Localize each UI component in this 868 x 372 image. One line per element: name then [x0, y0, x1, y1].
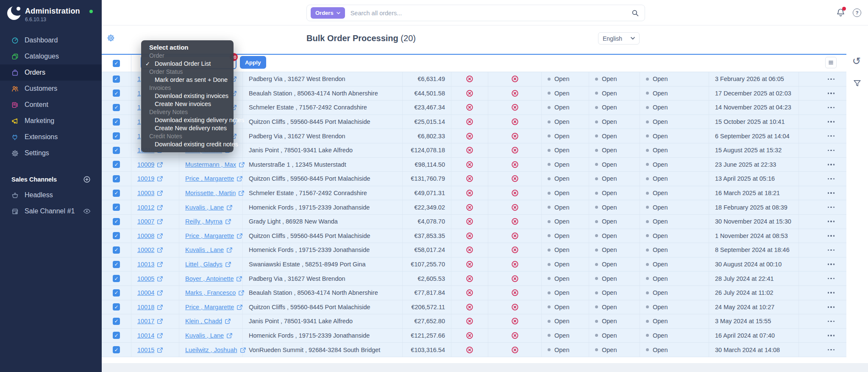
row-checkbox[interactable]: ✓	[113, 318, 120, 325]
menu-item-create-new-delivery-notes[interactable]: Create New delivery notes	[141, 124, 234, 132]
row-actions-button[interactable]	[828, 150, 835, 151]
row-checkbox[interactable]: ✓	[113, 289, 120, 296]
select-all-checkbox[interactable]: ✓	[113, 60, 120, 67]
row-actions-button[interactable]	[828, 335, 835, 336]
sidebar-channel-headless[interactable]: Headless	[0, 187, 102, 203]
grid-settings-button[interactable]	[825, 57, 837, 68]
row-checkbox[interactable]: ✓	[113, 303, 120, 310]
sidebar-channel-sale-channel-1[interactable]: Sale Channel #1	[0, 203, 102, 219]
order-number-link[interactable]: 10003	[137, 190, 154, 196]
global-search[interactable]: Orders Search all orders...	[306, 5, 645, 21]
sidebar-item-customers[interactable]: Customers	[0, 81, 102, 97]
undo-icon[interactable]: ↺	[852, 56, 861, 66]
customer-link[interactable]: Reilly , Myrna	[185, 218, 223, 225]
row-actions-button[interactable]	[828, 207, 835, 208]
row-checkbox[interactable]: ✓	[113, 118, 120, 126]
row-checkbox[interactable]: ✓	[113, 104, 120, 111]
row-actions-button[interactable]	[828, 78, 835, 80]
customer-link[interactable]: Mustermann , Max	[185, 161, 236, 168]
row-checkbox[interactable]: ✓	[113, 332, 120, 339]
apply-button[interactable]: Apply	[240, 56, 266, 69]
row-actions-button[interactable]	[828, 164, 835, 165]
customer-link[interactable]: Price , Margarette	[185, 304, 234, 310]
language-select[interactable]: English	[598, 32, 640, 45]
row-checkbox[interactable]: ✓	[113, 90, 120, 97]
row-actions-button[interactable]	[828, 349, 835, 351]
order-number-link[interactable]: 1	[137, 104, 141, 111]
row-actions-button[interactable]	[828, 235, 835, 237]
customer-link[interactable]: Price , Margarette	[185, 175, 234, 182]
row-actions-button[interactable]	[828, 263, 835, 265]
bell-icon[interactable]	[836, 8, 845, 17]
menu-item-mark-order-as-sent-done[interactable]: Mark order as sent + Done	[141, 76, 234, 84]
order-number-link[interactable]: 10012	[137, 204, 154, 211]
row-checkbox[interactable]: ✓	[113, 175, 120, 182]
order-number-link[interactable]: 1	[137, 118, 141, 125]
row-checkbox[interactable]: ✓	[113, 161, 120, 168]
row-actions-button[interactable]	[828, 135, 835, 137]
order-number-link[interactable]: 10008	[137, 232, 154, 239]
customer-link[interactable]: Morissette , Martin	[185, 190, 236, 196]
row-actions-button[interactable]	[828, 221, 835, 222]
order-number-link[interactable]: 10019	[137, 175, 154, 182]
customer-link[interactable]: Littel , Gladys	[185, 261, 223, 268]
customer-link[interactable]: Marks , Francesco	[185, 289, 236, 296]
order-number-link[interactable]: 10009	[137, 161, 154, 168]
sidebar-item-dashboard[interactable]: Dashboard	[0, 32, 102, 48]
customer-link[interactable]: Price , Margarette	[185, 232, 234, 239]
order-number-link[interactable]: 10014	[137, 332, 154, 339]
menu-item-download-existing-invoices[interactable]: Download existing invoices	[141, 92, 234, 100]
row-checkbox[interactable]: ✓	[113, 76, 120, 83]
row-actions-button[interactable]	[828, 278, 835, 280]
sidebar-item-catalogues[interactable]: Catalogues	[0, 48, 102, 64]
customer-link[interactable]: Kuvalis , Lane	[185, 246, 224, 253]
menu-item-download-existing-delivery-notes[interactable]: Download existing delivery notes	[141, 116, 234, 124]
order-number-link[interactable]: 10005	[137, 275, 154, 282]
row-checkbox[interactable]: ✓	[113, 147, 120, 154]
eye-icon[interactable]	[83, 208, 91, 214]
help-icon[interactable]: ?	[853, 8, 861, 17]
row-checkbox[interactable]: ✓	[113, 346, 120, 353]
row-checkbox[interactable]: ✓	[113, 232, 120, 239]
order-number-link[interactable]: 10013	[137, 261, 154, 268]
customer-link[interactable]: Kuvalis , Lane	[185, 204, 224, 211]
customer-link[interactable]: Lueilwitz , Joshuah	[185, 347, 237, 353]
menu-item-download-order-list[interactable]: ✓Download Order List	[141, 60, 234, 68]
row-actions-button[interactable]	[828, 321, 835, 322]
sidebar-item-extensions[interactable]: Extensions	[0, 129, 102, 145]
row-checkbox[interactable]: ✓	[113, 132, 120, 140]
menu-item-create-new-invoices[interactable]: Create New invoices	[141, 100, 234, 108]
order-number-link[interactable]: 10002	[137, 246, 154, 253]
row-checkbox[interactable]: ✓	[113, 246, 120, 254]
sidebar-item-orders[interactable]: Orders	[0, 64, 102, 81]
search-icon[interactable]	[632, 9, 639, 17]
row-actions-button[interactable]	[828, 249, 835, 251]
row-actions-button[interactable]	[828, 192, 835, 194]
order-number-link[interactable]: 1	[137, 133, 141, 140]
row-actions-button[interactable]	[828, 178, 835, 180]
row-checkbox[interactable]: ✓	[113, 275, 120, 282]
sidebar-item-marketing[interactable]: Marketing	[0, 113, 102, 129]
row-actions-button[interactable]	[828, 92, 835, 94]
customer-link[interactable]: Klein , Chadd	[185, 318, 222, 324]
row-checkbox[interactable]: ✓	[113, 261, 120, 268]
order-number-link[interactable]: 1	[137, 76, 141, 82]
row-actions-button[interactable]	[828, 292, 835, 294]
order-number-link[interactable]: 10015	[137, 347, 154, 353]
order-number-link[interactable]: 10018	[137, 304, 154, 310]
menu-item-download-existing-credit-notes[interactable]: Download existing credit notes	[141, 140, 234, 148]
order-number-link[interactable]: 1	[137, 90, 141, 97]
sidebar-item-content[interactable]: Content	[0, 97, 102, 113]
row-checkbox[interactable]: ✓	[113, 190, 120, 197]
customer-link[interactable]: Kuvalis , Lane	[185, 332, 224, 339]
row-checkbox[interactable]: ✓	[113, 218, 120, 225]
order-number-link[interactable]: 10007	[137, 218, 154, 225]
filter-icon[interactable]	[853, 79, 861, 87]
search-scope-pill[interactable]: Orders	[311, 7, 345, 19]
customer-link[interactable]: Boyer , Antoinette	[185, 275, 234, 282]
row-checkbox[interactable]: ✓	[113, 204, 120, 211]
row-actions-button[interactable]	[828, 121, 835, 123]
sidebar-item-settings[interactable]: Settings	[0, 145, 102, 161]
order-number-link[interactable]: 10017	[137, 318, 154, 324]
row-actions-button[interactable]	[828, 306, 835, 308]
